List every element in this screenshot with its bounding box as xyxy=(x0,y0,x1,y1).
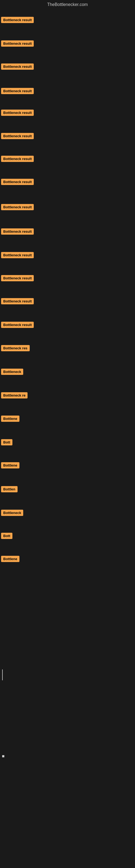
bottleneck-result-badge[interactable]: Bottleneck result xyxy=(1,275,34,281)
result-row: Bottleneck result xyxy=(1,156,34,163)
result-row: Bott xyxy=(1,533,12,540)
bottleneck-result-badge[interactable]: Bottleneck res xyxy=(1,345,30,351)
bottleneck-result-badge[interactable]: Bottleneck xyxy=(1,510,23,516)
result-row: Bottleneck result xyxy=(1,40,34,48)
bottleneck-result-badge[interactable]: Bottleneck result xyxy=(1,252,34,258)
bottleneck-result-badge[interactable]: Bottleneck xyxy=(1,369,23,375)
bottleneck-result-badge[interactable]: Bottlene xyxy=(1,462,19,468)
result-row: Bottleneck result xyxy=(1,298,34,305)
result-row: Bottleneck result xyxy=(1,275,34,282)
result-row: Bottleneck re xyxy=(1,392,28,400)
bottleneck-result-badge[interactable]: Bottlen xyxy=(1,486,17,492)
small-dot xyxy=(2,755,4,757)
bottleneck-result-badge[interactable]: Bottleneck result xyxy=(1,204,34,210)
result-row: Bott xyxy=(1,439,12,446)
bottleneck-result-badge[interactable]: Bott xyxy=(1,533,12,539)
result-row: Bottlene xyxy=(1,415,19,423)
bottleneck-result-badge[interactable]: Bottleneck result xyxy=(1,156,34,162)
result-row: Bottleneck result xyxy=(1,252,34,259)
site-title: TheBottlenecker.com xyxy=(0,0,135,9)
result-row: Bottleneck xyxy=(1,369,23,376)
vertical-line xyxy=(2,670,3,680)
bottleneck-result-badge[interactable]: Bottleneck result xyxy=(1,298,34,304)
bottleneck-result-badge[interactable]: Bottleneck result xyxy=(1,322,34,328)
bottleneck-result-badge[interactable]: Bottlene xyxy=(1,556,19,562)
result-row: Bottlene xyxy=(1,556,19,563)
bottleneck-result-badge[interactable]: Bott xyxy=(1,439,12,445)
bottleneck-result-badge[interactable]: Bottleneck result xyxy=(1,133,34,139)
result-row: Bottlen xyxy=(1,486,17,493)
result-row: Bottleneck result xyxy=(1,179,34,186)
bottleneck-result-badge[interactable]: Bottleneck result xyxy=(1,228,34,235)
bottleneck-result-badge[interactable]: Bottleneck result xyxy=(1,17,34,23)
bottleneck-result-badge[interactable]: Bottleneck result xyxy=(1,110,34,116)
bottleneck-result-badge[interactable]: Bottleneck result xyxy=(1,88,34,94)
bottleneck-result-badge[interactable]: Bottlene xyxy=(1,415,19,422)
result-row: Bottlene xyxy=(1,462,19,469)
result-row: Bottleneck res xyxy=(1,345,30,352)
bottleneck-result-badge[interactable]: Bottleneck result xyxy=(1,179,34,185)
result-row: Bottleneck result xyxy=(1,63,34,71)
result-row: Bottleneck result xyxy=(1,88,34,95)
result-row: Bottleneck result xyxy=(1,204,34,211)
bottleneck-result-badge[interactable]: Bottleneck re xyxy=(1,392,28,399)
bottleneck-result-badge[interactable]: Bottleneck result xyxy=(1,40,34,46)
result-row: Bottleneck xyxy=(1,510,23,517)
result-row: Bottleneck result xyxy=(1,133,34,140)
bottleneck-result-badge[interactable]: Bottleneck result xyxy=(1,63,34,70)
result-row: Bottleneck result xyxy=(1,228,34,236)
result-row: Bottleneck result xyxy=(1,17,34,24)
result-row: Bottleneck result xyxy=(1,110,34,117)
result-row: Bottleneck result xyxy=(1,322,34,329)
